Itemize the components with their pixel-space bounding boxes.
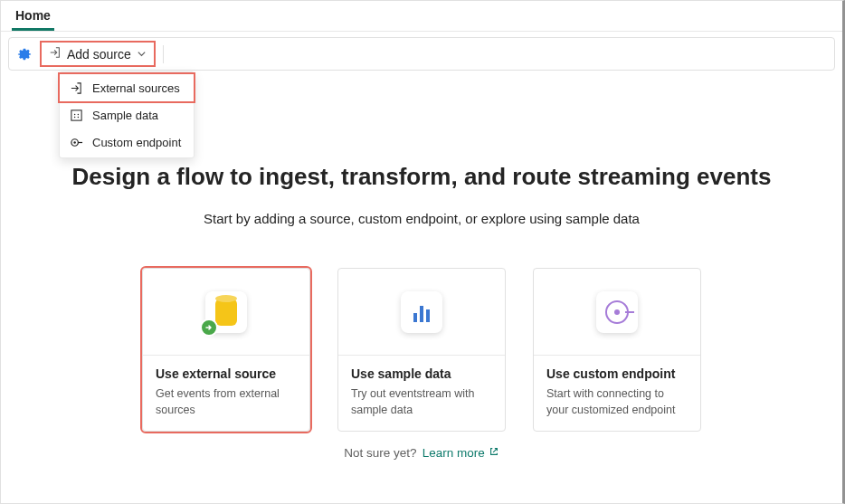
dropdown-item-label: Sample data bbox=[92, 109, 158, 122]
card-title: Use sample data bbox=[351, 366, 492, 381]
svg-point-4 bbox=[77, 116, 79, 118]
dropdown-item-custom-endpoint[interactable]: Custom endpoint bbox=[60, 128, 194, 156]
sample-data-tile-icon bbox=[401, 291, 442, 333]
card-icon-area bbox=[143, 269, 309, 356]
learn-more-link[interactable]: Learn more bbox=[422, 446, 499, 460]
dropdown-item-label: External sources bbox=[92, 81, 180, 95]
database-icon bbox=[215, 299, 237, 326]
custom-endpoint-tile-icon bbox=[596, 291, 638, 333]
card-description: Start with connecting to your customized… bbox=[546, 386, 688, 418]
custom-endpoint-icon bbox=[69, 135, 83, 149]
svg-point-2 bbox=[77, 113, 79, 115]
endpoint-icon bbox=[605, 300, 629, 324]
svg-point-3 bbox=[73, 116, 75, 118]
card-description: Get events from external sources bbox=[156, 386, 297, 418]
svg-point-6 bbox=[73, 141, 75, 143]
card-use-external-source[interactable]: Use external source Get events from exte… bbox=[142, 268, 310, 432]
add-source-icon bbox=[49, 46, 62, 62]
card-use-sample-data[interactable]: Use sample data Try out eventstream with… bbox=[337, 268, 506, 432]
settings-icon[interactable] bbox=[16, 46, 33, 62]
card-title: Use custom endpoint bbox=[546, 366, 688, 381]
tab-home[interactable]: Home bbox=[12, 1, 54, 31]
card-body: Use custom endpoint Start with connectin… bbox=[534, 356, 700, 431]
chevron-down-icon bbox=[137, 47, 147, 62]
sample-data-icon bbox=[69, 108, 83, 122]
tab-strip: Home bbox=[1, 1, 842, 32]
external-sources-icon bbox=[69, 81, 83, 95]
arrow-badge-icon bbox=[200, 319, 218, 337]
card-description: Try out eventstream with sample data bbox=[351, 386, 492, 418]
dropdown-item-label: Custom endpoint bbox=[92, 136, 181, 149]
svg-point-1 bbox=[73, 113, 75, 115]
external-source-tile-icon bbox=[205, 291, 247, 333]
bar-chart-icon bbox=[413, 302, 430, 322]
add-source-button[interactable]: Add source bbox=[42, 43, 154, 65]
add-source-label: Add source bbox=[67, 47, 131, 62]
card-icon-area bbox=[534, 269, 700, 356]
toolbar-divider bbox=[163, 45, 164, 63]
not-sure-label: Not sure yet? bbox=[344, 446, 416, 460]
card-body: Use external source Get events from exte… bbox=[143, 356, 309, 431]
card-row: Use external source Get events from exte… bbox=[19, 268, 824, 432]
card-use-custom-endpoint[interactable]: Use custom endpoint Start with connectin… bbox=[533, 268, 701, 432]
card-title: Use external source bbox=[156, 366, 297, 381]
page-title: Design a flow to ingest, transform, and … bbox=[19, 163, 824, 191]
card-icon-area bbox=[338, 269, 505, 356]
page-subtitle: Start by adding a source, custom endpoin… bbox=[19, 211, 824, 226]
dropdown-item-sample-data[interactable]: Sample data bbox=[60, 101, 194, 128]
card-body: Use sample data Try out eventstream with… bbox=[338, 356, 505, 431]
svg-rect-0 bbox=[71, 109, 81, 119]
not-sure-row: Not sure yet? Learn more bbox=[19, 446, 824, 460]
learn-more-label: Learn more bbox=[422, 446, 485, 460]
external-link-icon bbox=[489, 446, 499, 460]
toolbar: Add source bbox=[8, 37, 835, 71]
add-source-dropdown: External sources Sample data Custom endp… bbox=[59, 71, 195, 158]
dropdown-item-external-sources[interactable]: External sources bbox=[60, 74, 194, 101]
toolbar-container: Add source bbox=[1, 32, 842, 76]
